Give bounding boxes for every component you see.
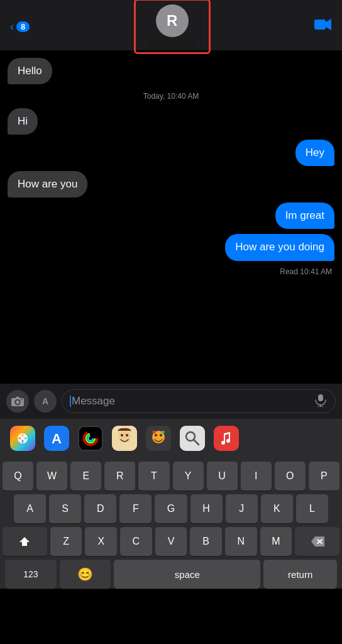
svg-marker-32 xyxy=(19,537,30,546)
video-call-button[interactable] xyxy=(314,18,332,35)
key-p[interactable]: P xyxy=(309,462,339,491)
camera-button[interactable] xyxy=(6,390,29,413)
numbers-key[interactable]: 123 xyxy=(5,560,57,589)
memoji-app-icon[interactable] xyxy=(112,426,137,451)
key-c[interactable]: C xyxy=(120,527,152,556)
avatar: R xyxy=(156,4,189,37)
key-o[interactable]: O xyxy=(275,462,306,491)
shift-key[interactable] xyxy=(3,527,47,556)
key-n[interactable]: N xyxy=(225,527,257,556)
delete-key[interactable] xyxy=(295,527,339,556)
svg-rect-28 xyxy=(180,426,205,451)
key-u[interactable]: U xyxy=(207,462,238,491)
key-t[interactable]: T xyxy=(138,462,169,491)
key-f[interactable]: F xyxy=(119,494,152,523)
svg-rect-14 xyxy=(79,427,102,450)
key-w[interactable]: W xyxy=(36,462,67,491)
key-z[interactable]: Z xyxy=(50,527,82,556)
message-row: How are you doing xyxy=(8,234,334,260)
activity-app-icon[interactable] xyxy=(78,426,103,451)
svg-point-4 xyxy=(16,401,19,404)
message-input[interactable] xyxy=(72,395,314,408)
svg-point-20 xyxy=(121,434,123,436)
back-button[interactable]: ‹ 8 xyxy=(10,20,30,33)
svg-rect-31 xyxy=(214,426,239,451)
keyboard-row-2: ASDFGHJKL xyxy=(3,494,339,523)
text-cursor xyxy=(70,396,71,407)
key-k[interactable]: K xyxy=(261,494,293,523)
received-bubble: Hi xyxy=(8,108,38,135)
message-row: Hello xyxy=(8,58,334,84)
contact-header[interactable]: R xyxy=(134,0,211,54)
message-row: Hey xyxy=(8,140,334,166)
music-app-icon[interactable] xyxy=(214,426,239,451)
input-bar: A xyxy=(0,384,342,419)
photos-app-icon[interactable] xyxy=(10,426,35,451)
return-key[interactable]: return xyxy=(263,560,337,589)
svg-rect-0 xyxy=(314,19,326,30)
key-q[interactable]: Q xyxy=(3,462,33,491)
appstore-app-icon[interactable]: A xyxy=(44,426,69,451)
timestamp: Today, 10:40 AM xyxy=(8,92,334,101)
svg-point-19 xyxy=(118,430,131,443)
key-s[interactable]: S xyxy=(49,494,81,523)
svg-point-25 xyxy=(160,434,162,436)
key-g[interactable]: G xyxy=(155,494,187,523)
app-row: A xyxy=(0,419,342,458)
sent-bubble: Im great xyxy=(275,203,334,229)
keyboard: QWERTYUIOP ASDFGHJKL ZXCVBNM 123😊spacere… xyxy=(0,458,342,589)
svg-rect-7 xyxy=(318,394,323,401)
svg-point-24 xyxy=(155,434,157,436)
search-app-icon[interactable] xyxy=(180,426,205,451)
key-b[interactable]: B xyxy=(190,527,222,556)
message-row: Hi xyxy=(8,108,334,135)
svg-rect-5 xyxy=(16,397,19,399)
space-key[interactable]: space xyxy=(114,560,260,589)
svg-rect-27 xyxy=(161,431,165,433)
svg-rect-26 xyxy=(152,431,156,433)
received-bubble: How are you xyxy=(8,171,87,197)
stickers-app-icon[interactable] xyxy=(146,426,171,451)
key-a[interactable]: A xyxy=(14,494,46,523)
svg-point-6 xyxy=(21,399,22,401)
key-v[interactable]: V xyxy=(155,527,187,556)
read-receipt: Read 10:41 AM xyxy=(8,267,334,276)
back-badge: 8 xyxy=(16,21,30,32)
svg-text:A: A xyxy=(52,431,62,447)
message-row: Im great xyxy=(8,203,334,229)
key-r[interactable]: R xyxy=(104,462,135,491)
keyboard-row-4: 123😊spacereturn xyxy=(3,560,339,589)
key-m[interactable]: M xyxy=(260,527,292,556)
audio-icon xyxy=(314,393,328,410)
emoji-key[interactable]: 😊 xyxy=(60,560,111,589)
key-h[interactable]: H xyxy=(190,494,223,523)
message-row: How are you xyxy=(8,171,334,197)
apps-button[interactable]: A xyxy=(34,390,57,413)
svg-marker-1 xyxy=(326,19,331,30)
key-i[interactable]: I xyxy=(241,462,272,491)
messages-area: Hello Today, 10:40 AM Hi Hey How are you… xyxy=(0,50,342,384)
keyboard-row-1: QWERTYUIOP xyxy=(3,462,339,491)
contact-name-bar xyxy=(147,40,197,48)
keyboard-row-3: ZXCVBNM xyxy=(3,527,339,556)
received-bubble: Hello xyxy=(8,58,52,84)
key-j[interactable]: J xyxy=(226,494,258,523)
key-l[interactable]: L xyxy=(296,494,328,523)
chevron-left-icon: ‹ xyxy=(10,20,14,33)
sent-bubble: How are you doing xyxy=(225,234,334,260)
svg-point-21 xyxy=(126,434,128,436)
key-y[interactable]: Y xyxy=(173,462,204,491)
key-x[interactable]: X xyxy=(85,527,117,556)
sent-bubble: Hey xyxy=(295,140,334,166)
message-input-wrap[interactable] xyxy=(62,389,336,413)
header: ‹ 8 R xyxy=(0,0,342,50)
key-d[interactable]: D xyxy=(84,494,116,523)
key-e[interactable]: E xyxy=(70,462,101,491)
